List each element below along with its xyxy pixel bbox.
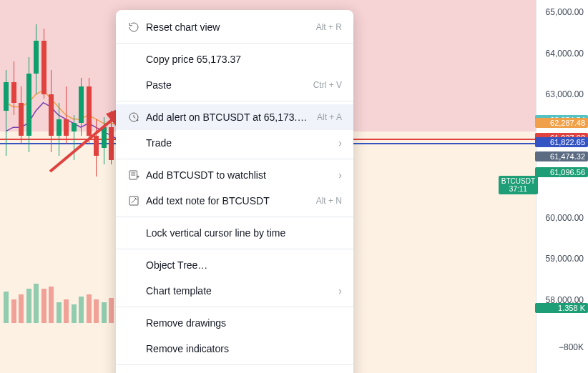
menu-label: Add alert on BTCUSDT at 65,173.37… (146, 111, 310, 123)
menu-separator (116, 364, 353, 365)
menu-separator (116, 307, 353, 307)
chevron-right-icon: › (338, 169, 342, 181)
menu-label: Object Tree… (146, 259, 342, 271)
volume-bar (109, 298, 114, 323)
menu-label: Trade (146, 137, 331, 149)
menu-label: Remove indicators (146, 343, 342, 354)
volume-bar (26, 289, 31, 323)
volume-bar (72, 304, 77, 323)
menu-label: Add text note for BTCUSDT (146, 195, 309, 207)
volume-tick: −800K (559, 342, 584, 352)
reset-icon (127, 21, 146, 34)
axis-tick: 64,000.00 (546, 49, 584, 59)
menu-separator (116, 159, 353, 159)
watchlist-icon (127, 169, 146, 181)
volume-bar (49, 287, 54, 323)
volume-bar (94, 299, 99, 323)
symbol-badge-countdown: 37:11 (501, 185, 535, 193)
price-label-badge: 62,287.48 (535, 118, 588, 128)
menu-separator (116, 249, 353, 249)
volume-bar (11, 299, 16, 323)
volume-badge: 1.358 K (535, 303, 588, 313)
menu-trade[interactable]: Trade › (116, 130, 353, 156)
menu-paste[interactable]: Paste Ctrl + V (116, 72, 353, 98)
menu-label: Paste (146, 79, 306, 91)
menu-remove-indicators[interactable]: Remove indicators (116, 336, 353, 362)
volume-bar (4, 292, 9, 323)
volume-bar (19, 294, 24, 323)
chevron-right-icon: › (338, 285, 342, 297)
menu-separator (116, 43, 353, 44)
menu-lock-cursor[interactable]: Lock vertical cursor line by time (116, 220, 353, 246)
menu-add-watchlist[interactable]: Add BTCUSDT to watchlist › (116, 162, 353, 188)
volume-bar (57, 302, 62, 323)
menu-label: Add BTCUSDT to watchlist (146, 169, 331, 181)
menu-add-alert[interactable]: Add alert on BTCUSDT at 65,173.37… Alt +… (116, 104, 353, 130)
axis-tick: 59,000.00 (546, 254, 584, 264)
menu-label: Reset chart view (146, 21, 309, 33)
menu-reset-chart[interactable]: Reset chart view Alt + R (116, 14, 353, 40)
axis-tick: 60,000.00 (546, 213, 584, 223)
price-axis[interactable]: 65,000.0064,000.0063,000.0060,000.0059,0… (536, 0, 588, 373)
menu-label: Lock vertical cursor line by time (146, 227, 342, 239)
menu-remove-drawings[interactable]: Remove drawings (116, 310, 353, 336)
chart-context-menu: Reset chart view Alt + R Copy price 65,1… (116, 10, 353, 373)
axis-tick: 65,000.00 (546, 7, 584, 17)
menu-hint: Alt + R (316, 22, 342, 32)
volume-bar (79, 297, 84, 323)
menu-hint: Alt + N (316, 196, 342, 206)
volume-bar (41, 289, 46, 323)
menu-object-tree[interactable]: Object Tree… (116, 252, 353, 278)
menu-separator (116, 217, 353, 217)
volume-bar (64, 299, 69, 323)
menu-settings[interactable]: Settings… (116, 368, 353, 373)
volume-bar (34, 284, 39, 323)
chevron-right-icon: › (338, 137, 342, 149)
axis-tick: 63,000.00 (546, 89, 584, 99)
menu-text-note[interactable]: Add text note for BTCUSDT Alt + N (116, 188, 353, 214)
alert-icon (127, 111, 146, 124)
menu-chart-template[interactable]: Chart template › (116, 278, 353, 304)
symbol-last-price-badge: BTCUSDT 37:11 (499, 176, 538, 194)
price-label-badge: 61,096.56 (535, 167, 588, 177)
price-label-badge: 61,474.32 (535, 151, 588, 161)
menu-label: Chart template (146, 285, 331, 297)
menu-label: Remove drawings (146, 317, 342, 329)
volume-bar (102, 302, 107, 323)
menu-hint: Ctrl + V (313, 80, 342, 90)
menu-separator (116, 101, 353, 101)
note-icon (127, 194, 146, 207)
volume-bar (87, 294, 92, 323)
menu-label: Copy price 65,173.37 (146, 54, 342, 65)
menu-hint: Alt + A (317, 112, 342, 122)
symbol-badge-label: BTCUSDT (501, 177, 535, 185)
price-label-badge: 61,822.65 (535, 137, 588, 147)
menu-copy-price[interactable]: Copy price 65,173.37 (116, 46, 353, 72)
